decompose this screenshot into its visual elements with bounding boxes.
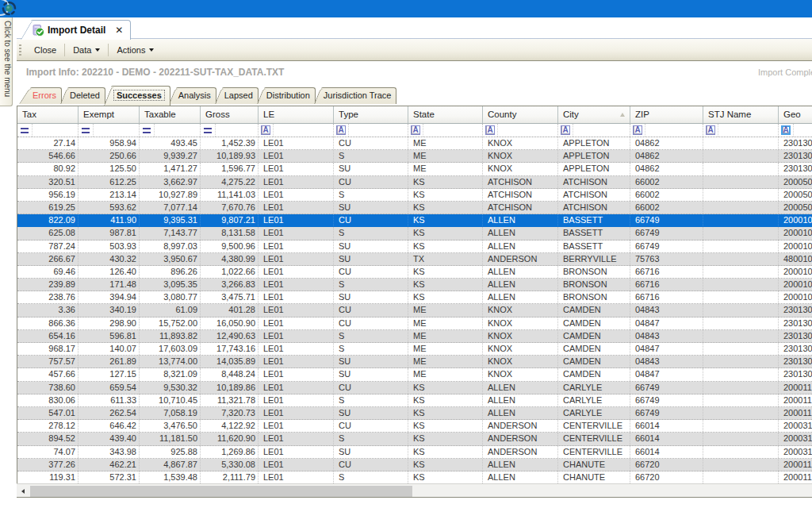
grid-cell[interactable]: APPLETON <box>558 137 630 149</box>
filter-text-icon[interactable]: A <box>703 124 718 137</box>
tab-deleted[interactable]: Deleted <box>67 87 105 104</box>
grid-cell[interactable]: CU <box>334 304 408 316</box>
grid-cell[interactable]: 7,143.77 <box>140 227 201 239</box>
grid-cell[interactable]: 171.48 <box>79 279 140 291</box>
table-row[interactable]: 457.66127.158,321.098,448.24LE01SUMEKNOX… <box>17 368 812 381</box>
table-row[interactable]: 278.12646.423,476.504,122.92LE01CUKSANDE… <box>17 420 812 433</box>
grid-cell[interactable]: 200031 <box>779 420 812 432</box>
grid-cell[interactable]: KS <box>408 241 483 252</box>
grid-cell[interactable] <box>703 266 779 278</box>
grid-cell[interactable]: 612.25 <box>79 176 140 188</box>
grid-cell[interactable]: 17,743.16 <box>201 343 259 355</box>
grid-cell[interactable]: 1,471.27 <box>140 163 201 175</box>
filter-text-icon[interactable]: A <box>334 124 349 137</box>
grid-cell[interactable]: 646.42 <box>79 420 140 432</box>
grid-cell[interactable]: S <box>334 471 408 483</box>
grid-cell[interactable]: 547.01 <box>17 407 79 419</box>
table-row[interactable]: 69.46126.40896.261,022.66LE01CUKSALLENBR… <box>17 266 812 279</box>
grid-cell[interactable]: 74.07 <box>17 446 79 458</box>
grid-cell[interactable] <box>703 318 779 329</box>
grid-cell[interactable]: ALLEN <box>483 382 558 394</box>
grid-cell[interactable]: 230130 <box>779 318 812 329</box>
table-row[interactable]: 546.66250.669,939.2710,189.93LE01SMEKNOX… <box>17 150 812 163</box>
grid-cell[interactable]: BRONSON <box>558 291 630 303</box>
grid-cell[interactable]: 457.66 <box>17 368 79 380</box>
grid-cell[interactable]: 200050 <box>779 202 812 214</box>
grid-cell[interactable]: 66002 <box>630 176 703 188</box>
grid-cell[interactable]: 200010 <box>779 241 812 252</box>
table-row[interactable]: 956.19213.1410,927.8911,141.03LE01SKSATC… <box>17 189 812 202</box>
grid-cell[interactable]: LE01 <box>259 214 334 226</box>
filter-equals-icon[interactable] <box>17 124 33 137</box>
grid-cell[interactable]: LE01 <box>259 471 334 483</box>
grid-cell[interactable]: CU <box>334 214 408 226</box>
grid-cell[interactable]: 239.89 <box>17 279 79 291</box>
grid-cell[interactable] <box>703 253 779 265</box>
grid-cell[interactable]: 11,321.78 <box>201 394 259 406</box>
table-row[interactable]: 968.17140.0717,603.0917,743.16LE01SMEKNO… <box>17 343 812 356</box>
grid-cell[interactable]: KS <box>408 176 483 188</box>
grid-cell[interactable]: KS <box>408 189 483 201</box>
grid-cell[interactable]: KS <box>408 420 483 432</box>
filter-cell-zip[interactable]: A <box>630 124 703 137</box>
horizontal-scrollbar-thumb[interactable] <box>30 486 412 497</box>
grid-cell[interactable]: BASSETT <box>558 241 630 252</box>
grid-cell[interactable]: 3,662.97 <box>140 176 201 188</box>
grid-cell[interactable]: 5,330.08 <box>201 459 259 471</box>
grid-cell[interactable]: CU <box>334 420 408 432</box>
column-header-gross[interactable]: Gross <box>201 106 259 123</box>
grid-cell[interactable]: CU <box>334 382 408 394</box>
grid-cell[interactable] <box>703 291 779 303</box>
grid-cell[interactable]: 10,189.86 <box>201 382 259 394</box>
grid-cell[interactable]: 262.54 <box>79 407 140 419</box>
table-row[interactable]: 654.16596.8111,893.8212,490.63LE01SMEKNO… <box>17 330 812 343</box>
grid-cell[interactable]: 200010 <box>779 266 812 278</box>
grid-cell[interactable]: 619.25 <box>17 202 79 214</box>
grid-cell[interactable]: 7,058.19 <box>140 407 201 419</box>
grid-cell[interactable]: APPLETON <box>558 163 630 175</box>
grid-cell[interactable]: 66749 <box>630 214 703 226</box>
filter-text-icon[interactable]: A <box>558 124 573 137</box>
grid-cell[interactable]: KNOX <box>483 163 558 175</box>
grid-cell[interactable]: 10,189.93 <box>201 150 259 162</box>
grid-cell[interactable]: ALLEN <box>483 214 558 226</box>
grid-cell[interactable]: ATCHISON <box>558 189 630 201</box>
table-row[interactable]: 320.51612.253,662.974,275.22LE01CUKSATCH… <box>17 176 812 189</box>
grid-cell[interactable]: 200050 <box>779 189 812 201</box>
grid-cell[interactable]: 7,320.73 <box>201 407 259 419</box>
grid-cell[interactable]: ME <box>408 330 483 342</box>
grid-cell[interactable]: LE01 <box>259 318 334 329</box>
grid-cell[interactable]: ME <box>408 163 483 175</box>
table-row[interactable]: 377.26462.214,867.875,330.08LE01CUKSALLE… <box>17 459 812 471</box>
grid-cell[interactable]: 757.57 <box>17 356 79 368</box>
tab-errors[interactable]: Errors <box>30 87 62 104</box>
grid-cell[interactable]: ANDERSON <box>483 253 558 265</box>
grid-cell[interactable]: 04862 <box>630 137 703 149</box>
grid-cell[interactable]: 11,181.50 <box>140 433 201 444</box>
filter-cell-exempt[interactable] <box>79 124 140 137</box>
grid-cell[interactable]: LE01 <box>259 241 334 252</box>
grid-cell[interactable]: BERRYVILLE <box>558 253 630 265</box>
grid-cell[interactable]: 611.33 <box>79 394 140 406</box>
grid-cell[interactable]: ME <box>408 356 483 368</box>
grid-cell[interactable]: 14,035.89 <box>201 356 259 368</box>
table-row[interactable]: 757.57261.8913,774.0014,035.89LE01SUMEKN… <box>17 356 812 368</box>
grid-cell[interactable] <box>703 446 779 458</box>
filter-text-icon[interactable]: A <box>483 124 498 137</box>
tab-close-icon[interactable]: ✕ <box>115 25 123 35</box>
grid-cell[interactable]: KS <box>408 471 483 483</box>
app-logo-icon[interactable] <box>2 1 17 16</box>
table-row[interactable]: 119.31572.311,539.482,111.79LE01SKSALLEN… <box>17 471 812 484</box>
grid-cell[interactable] <box>703 176 779 188</box>
grid-cell[interactable]: ANDERSON <box>483 420 558 432</box>
filter-equals-icon[interactable] <box>201 124 216 137</box>
grid-cell[interactable]: 625.08 <box>17 227 79 239</box>
table-row[interactable]: 619.25593.627,077.147,670.76LE01SUKSATCH… <box>17 202 812 214</box>
grid-cell[interactable]: 200011 <box>779 407 812 419</box>
grid-cell[interactable] <box>703 433 779 444</box>
grid-cell[interactable]: 13,774.00 <box>140 356 201 368</box>
grid-cell[interactable]: LE01 <box>259 304 334 316</box>
grid-cell[interactable]: KS <box>408 407 483 419</box>
grid-cell[interactable]: 298.90 <box>79 318 140 329</box>
grid-cell[interactable]: CAMDEN <box>558 343 630 355</box>
